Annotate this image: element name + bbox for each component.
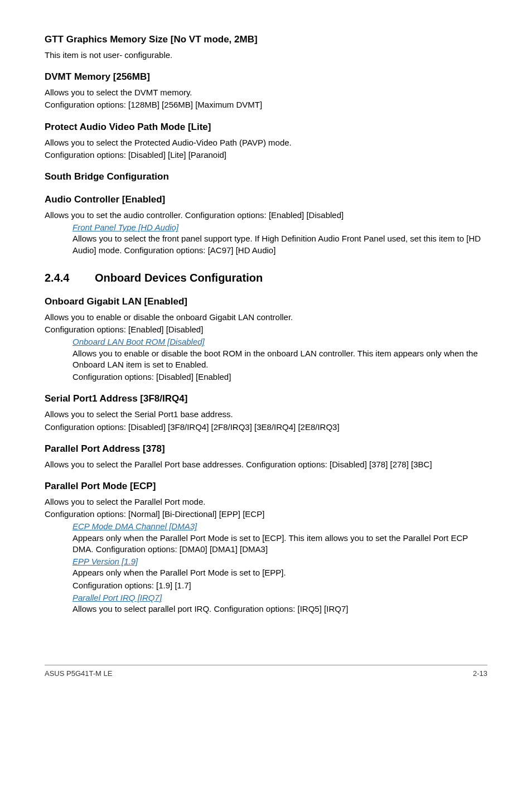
text-pavp-l2: Configuration options: [Disabled] [Lite]… (45, 149, 487, 161)
text-epp-l1: Appears only when the Parallel Port Mode… (72, 567, 487, 578)
heading-dvmt: DVMT Memory [256MB] (45, 71, 487, 84)
text-lan-boot-l1: Allows you to enable or disable the boot… (72, 348, 487, 371)
heading-parallel-mode: Parallel Port Mode [ECP] (45, 480, 487, 493)
footer-left: ASUS P5G41T-M LE (45, 669, 112, 679)
text-front-panel: Allows you to select the front panel sup… (72, 233, 487, 256)
page-footer: ASUS P5G41T-M LE 2-13 (45, 665, 487, 679)
text-lan-l1: Allows you to enable or disable the onbo… (45, 312, 487, 323)
footer-right: 2-13 (473, 669, 487, 679)
heading-parallel-address: Parallel Port Address [378] (45, 443, 487, 456)
text-lan-l2: Configuration options: [Enabled] [Disabl… (45, 324, 487, 335)
subtitle-epp-version: EPP Version [1.9] (72, 556, 487, 567)
text-ecp-dma: Appears only when the Parallel Port Mode… (72, 533, 487, 555)
heading-gigabit-lan: Onboard Gigabit LAN [Enabled] (45, 296, 487, 308)
subtitle-parallel-irq: Parallel Port IRQ [IRQ7] (72, 592, 487, 603)
text-pmode-l2: Configuration options: [Normal] [Bi-Dire… (45, 509, 487, 520)
text-dvmt-l1: Allows you to select the DVMT memory. (45, 87, 487, 98)
text-parallel-irq: Allows you to select parallel port IRQ. … (72, 603, 487, 615)
text-gtt-desc: This item is not user- configurable. (45, 50, 487, 61)
heading-audio-controller: Audio Controller [Enabled] (45, 194, 487, 206)
subtitle-front-panel: Front Panel Type [HD Audio] (72, 222, 487, 233)
text-audio-l1: Allows you to set the audio controller. … (45, 210, 487, 221)
sub-front-panel: Front Panel Type [HD Audio] Allows you t… (45, 222, 487, 256)
text-serial-l1: Allows you to select the Serial Port1 ba… (45, 409, 487, 420)
section-title: Onboard Devices Configuration (95, 270, 263, 286)
heading-gtt: GTT Graphics Memory Size [No VT mode, 2M… (45, 33, 487, 46)
text-dvmt-l2: Configuration options: [128MB] [256MB] [… (45, 99, 487, 110)
subtitle-ecp-dma: ECP Mode DMA Channel [DMA3] (72, 521, 487, 532)
text-pavp-l1: Allows you to select the Protected Audio… (45, 137, 487, 148)
heading-pavp: Protect Audio Video Path Mode [Lite] (45, 121, 487, 134)
sub-lan-boot-rom: Onboard LAN Boot ROM [Disabled] Allows y… (45, 336, 487, 383)
text-parallel-addr: Allows you to select the Parallel Port b… (45, 459, 487, 470)
heading-serial-port: Serial Port1 Address [3F8/IRQ4] (45, 393, 487, 405)
sub-ecp-dma: ECP Mode DMA Channel [DMA3] Appears only… (45, 521, 487, 615)
text-pmode-l1: Allows you to select the Parallel Port m… (45, 496, 487, 508)
heading-south-bridge: South Bridge Configuration (45, 171, 487, 183)
section-number-row: 2.4.4 Onboard Devices Configuration (45, 270, 487, 286)
section-number: 2.4.4 (45, 270, 95, 286)
subtitle-lan-boot-rom: Onboard LAN Boot ROM [Disabled] (72, 336, 487, 347)
text-lan-boot-l2: Configuration options: [Disabled] [Enabl… (72, 371, 487, 383)
text-epp-l2: Configuration options: [1.9] [1.7] (72, 580, 487, 591)
text-serial-l2: Configuration options: [Disabled] [3F8/I… (45, 422, 487, 433)
